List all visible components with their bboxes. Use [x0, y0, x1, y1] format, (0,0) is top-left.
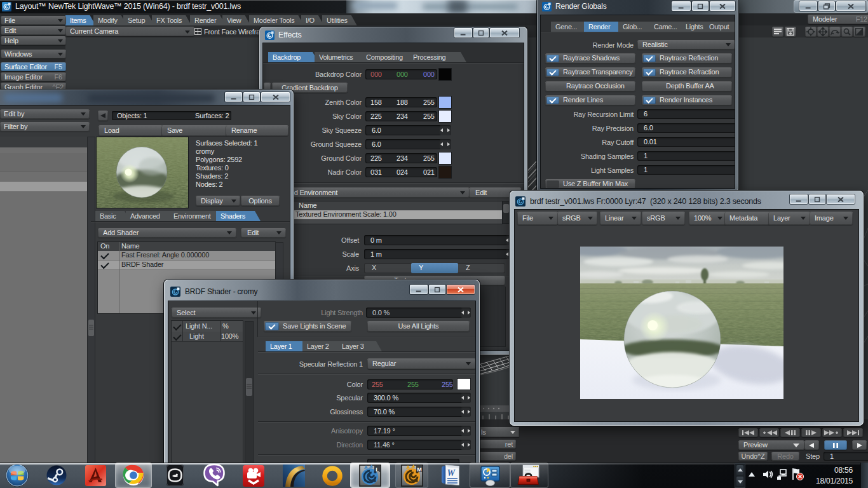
svg-text:M: M: [417, 466, 422, 473]
svg-text:L: L: [376, 466, 379, 473]
svg-text:W: W: [447, 468, 456, 478]
